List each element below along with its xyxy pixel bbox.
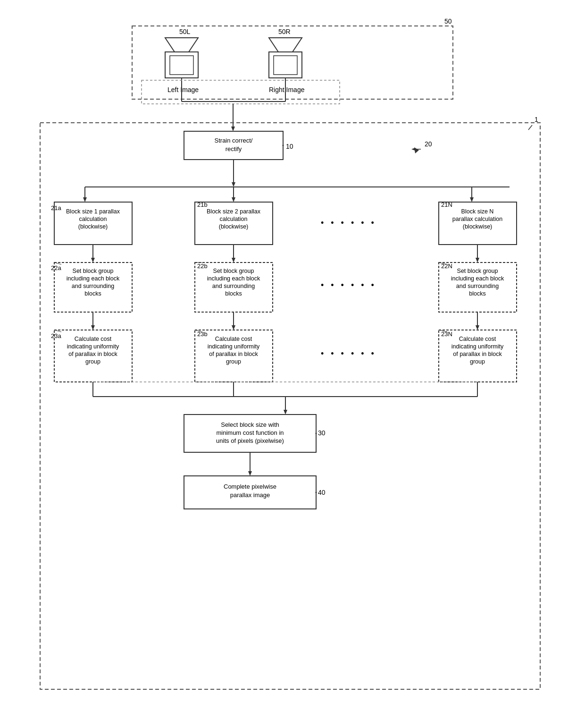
svg-marker-52 bbox=[284, 410, 287, 415]
label-22a: 22a bbox=[51, 264, 61, 271]
label-50: 50 bbox=[444, 17, 452, 25]
setgroup-N-line4: blocks bbox=[469, 290, 485, 297]
block2-line3: (blockwise) bbox=[219, 223, 249, 230]
calccost-b-line4: group bbox=[226, 358, 241, 365]
calccost-b-line1: Calculate cost bbox=[215, 336, 252, 342]
setgroup-a-line2: including each block bbox=[67, 275, 120, 282]
select-line1: Select block size with bbox=[221, 421, 279, 428]
strain-correct-label2: rectify bbox=[226, 145, 242, 152]
block1-line2: calculation bbox=[79, 216, 107, 222]
setgroup-N-line2: including each block bbox=[451, 275, 504, 282]
svg-marker-42 bbox=[476, 325, 479, 330]
select-line2: minimum cost function in bbox=[216, 429, 284, 436]
label-21a: 21a bbox=[51, 204, 61, 212]
svg-marker-38 bbox=[91, 325, 95, 330]
setgroup-b-line4: blocks bbox=[225, 290, 242, 297]
block1-line3: (blockwise) bbox=[78, 223, 108, 230]
svg-marker-24 bbox=[470, 197, 474, 202]
svg-marker-1 bbox=[165, 38, 198, 52]
calccost-N-line2: indicating uniformity bbox=[451, 343, 504, 350]
label-10: 10 bbox=[286, 143, 293, 150]
label-20: 20 bbox=[425, 140, 432, 148]
svg-rect-13 bbox=[40, 123, 540, 689]
calccost-a-line2: indicating uniformity bbox=[67, 343, 119, 350]
setgroup-b-line3: and surrounding bbox=[212, 283, 255, 289]
svg-marker-17 bbox=[232, 182, 235, 187]
block2-line1: Block size 2 parallax bbox=[207, 208, 261, 215]
strain-correct-label: Strain correct/ bbox=[215, 137, 253, 144]
calccost-N-line3: of parallax in block bbox=[453, 351, 502, 357]
svg-line-64 bbox=[528, 125, 532, 130]
label-1: 1 bbox=[535, 116, 538, 123]
label-50R: 50R bbox=[278, 28, 291, 35]
svg-marker-33 bbox=[476, 258, 479, 262]
svg-marker-12 bbox=[231, 127, 235, 131]
svg-marker-29 bbox=[91, 258, 95, 262]
block1-line1: Block size 1 parallax bbox=[66, 208, 120, 215]
svg-marker-66 bbox=[411, 148, 415, 151]
setgroup-a-line1: Set block group bbox=[73, 268, 114, 274]
setgroup-b-line1: Set block group bbox=[213, 268, 254, 274]
setgroup-a-line3: and surrounding bbox=[72, 283, 114, 289]
dots-row1: • • • • • • bbox=[321, 218, 376, 228]
label-23a: 23a bbox=[51, 332, 61, 339]
blockN-line2: parallax calculation bbox=[452, 216, 502, 222]
label-50L: 50L bbox=[179, 28, 191, 35]
label-40: 40 bbox=[318, 489, 326, 496]
label-23b: 23b bbox=[197, 330, 208, 338]
dots-row3: • • • • • • bbox=[321, 349, 376, 358]
setgroup-N-line1: Set block group bbox=[457, 268, 498, 274]
select-line3: units of pixels (pixelwise) bbox=[216, 437, 284, 444]
calccost-b-line2: indicating uniformity bbox=[208, 343, 260, 350]
setgroup-b-line2: including each block bbox=[207, 275, 260, 282]
calccost-N-line4: group bbox=[470, 358, 485, 365]
complete-line2: parallax image bbox=[230, 491, 270, 499]
complete-line1: Complete pixelwise bbox=[224, 483, 276, 490]
svg-marker-31 bbox=[232, 258, 235, 262]
dots-row2: • • • • • • bbox=[321, 280, 376, 290]
label-22b: 22b bbox=[197, 262, 208, 270]
setgroup-N-line3: and surrounding bbox=[456, 283, 499, 289]
svg-marker-22 bbox=[232, 197, 235, 202]
setgroup-a-line4: blocks bbox=[84, 290, 101, 297]
svg-marker-20 bbox=[83, 197, 87, 202]
calccost-b-line3: of parallax in block bbox=[209, 351, 258, 357]
label-30: 30 bbox=[318, 429, 326, 437]
svg-marker-40 bbox=[232, 325, 235, 330]
calccost-a-line4: group bbox=[85, 358, 100, 365]
calccost-a-line3: of parallax in block bbox=[68, 351, 117, 357]
calccost-a-line1: Calculate cost bbox=[75, 336, 112, 342]
blockN-line1: Block size N bbox=[461, 208, 494, 215]
svg-marker-4 bbox=[269, 38, 302, 52]
left-image-label: Left Image bbox=[167, 86, 199, 93]
svg-rect-3 bbox=[170, 56, 193, 75]
blockN-line3: (blockwise) bbox=[463, 223, 493, 230]
svg-rect-6 bbox=[274, 56, 297, 75]
calccost-N-line1: Calculate cost bbox=[459, 336, 496, 342]
block2-line2: calculation bbox=[219, 216, 247, 222]
right-image-label: Right Image bbox=[269, 86, 305, 93]
svg-marker-55 bbox=[248, 471, 252, 476]
